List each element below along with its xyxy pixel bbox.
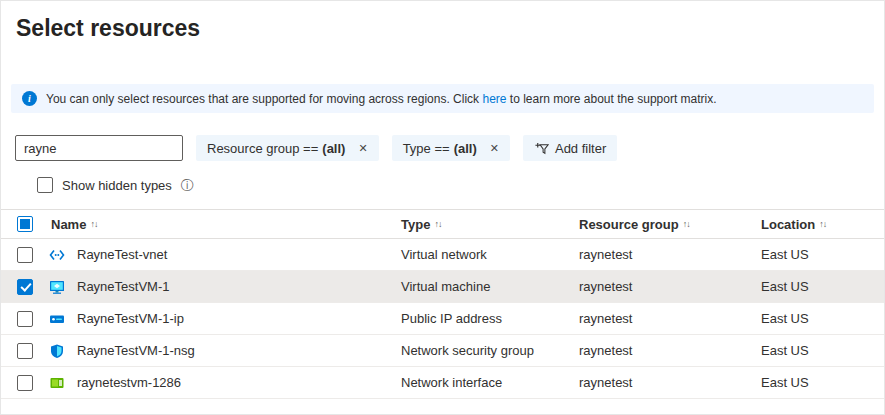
show-hidden-row: Show hidden types ⓘ bbox=[37, 177, 884, 193]
resource-group: raynetest bbox=[579, 343, 761, 358]
table-row[interactable]: RayneTest-vnet Virtual network raynetest… bbox=[1, 239, 884, 271]
resource-name-cell: RayneTestVM-1-nsg bbox=[41, 343, 401, 359]
resource-name: RayneTestVM-1-nsg bbox=[77, 343, 195, 358]
sort-icon: ↑↓ bbox=[683, 219, 690, 229]
here-link[interactable]: here bbox=[482, 92, 506, 106]
resource-name-cell: raynetestvm-1286 bbox=[41, 375, 401, 391]
resource-group: raynetest bbox=[579, 375, 761, 390]
resources-table: Name ↑↓ Type ↑↓ Resource group ↑↓ Locati… bbox=[1, 209, 884, 399]
table-row[interactable]: raynetestvm-1286 Network interface rayne… bbox=[1, 367, 884, 399]
resource-type: Virtual network bbox=[401, 247, 579, 262]
page-title: Select resources bbox=[1, 1, 884, 42]
resource-type: Network security group bbox=[401, 343, 579, 358]
select-all-checkbox[interactable] bbox=[17, 216, 33, 232]
row-checkbox[interactable] bbox=[17, 279, 33, 295]
resource-group: raynetest bbox=[579, 279, 761, 294]
search-input[interactable] bbox=[15, 135, 183, 161]
resource-group: raynetest bbox=[579, 311, 761, 326]
show-hidden-label: Show hidden types bbox=[62, 178, 172, 193]
resource-type: Virtual machine bbox=[401, 279, 579, 294]
resource-location: East US bbox=[761, 279, 884, 294]
info-banner: i You can only select resources that are… bbox=[11, 84, 874, 113]
nic-icon bbox=[49, 375, 65, 391]
column-header-resource-group[interactable]: Resource group ↑↓ bbox=[579, 217, 761, 232]
resource-group: raynetest bbox=[579, 247, 761, 262]
row-checkbox[interactable] bbox=[17, 247, 33, 263]
resource-name: RayneTestVM-1-ip bbox=[77, 311, 184, 326]
vm-icon bbox=[49, 279, 65, 295]
resource-name: raynetestvm-1286 bbox=[77, 375, 181, 390]
column-header-name[interactable]: Name ↑↓ bbox=[41, 217, 401, 232]
nsg-icon bbox=[49, 343, 65, 359]
close-icon[interactable]: ✕ bbox=[358, 143, 367, 154]
row-checkbox[interactable] bbox=[17, 311, 33, 327]
sort-icon: ↑↓ bbox=[90, 219, 97, 229]
sort-icon: ↑↓ bbox=[434, 219, 441, 229]
resource-name-cell: RayneTest-vnet bbox=[41, 247, 401, 263]
resource-location: East US bbox=[761, 247, 884, 262]
select-resources-panel: Select resources i You can only select r… bbox=[0, 0, 885, 415]
resource-name: RayneTestVM-1 bbox=[77, 279, 169, 294]
resource-name-cell: RayneTestVM-1-ip bbox=[41, 311, 401, 327]
resource-type: Public IP address bbox=[401, 311, 579, 326]
table-row[interactable]: RayneTestVM-1-ip Public IP address rayne… bbox=[1, 303, 884, 335]
table-body: RayneTest-vnet Virtual network raynetest… bbox=[1, 239, 884, 399]
resource-type: Network interface bbox=[401, 375, 579, 390]
row-checkbox[interactable] bbox=[17, 375, 33, 391]
filter-bar: Resource group == (all) ✕ Type == (all) … bbox=[15, 135, 884, 161]
show-hidden-checkbox[interactable] bbox=[37, 177, 53, 193]
resource-name-cell: RayneTestVM-1 bbox=[41, 279, 401, 295]
add-filter-button[interactable]: Add filter bbox=[523, 135, 617, 161]
filter-pill-type[interactable]: Type == (all) ✕ bbox=[392, 135, 510, 161]
sort-icon: ↑↓ bbox=[819, 219, 826, 229]
resource-location: East US bbox=[761, 343, 884, 358]
resource-name: RayneTest-vnet bbox=[77, 247, 167, 262]
close-icon[interactable]: ✕ bbox=[490, 143, 499, 154]
banner-text: You can only select resources that are s… bbox=[46, 92, 717, 106]
column-header-location[interactable]: Location ↑↓ bbox=[761, 217, 884, 232]
resource-location: East US bbox=[761, 311, 884, 326]
ip-icon bbox=[49, 311, 65, 327]
info-tooltip-icon: ⓘ bbox=[181, 179, 194, 192]
table-row[interactable]: RayneTestVM-1-nsg Network security group… bbox=[1, 335, 884, 367]
column-header-type[interactable]: Type ↑↓ bbox=[401, 217, 579, 232]
add-filter-icon bbox=[534, 141, 549, 156]
table-row[interactable]: RayneTestVM-1 Virtual machine raynetest … bbox=[1, 271, 884, 303]
table-header: Name ↑↓ Type ↑↓ Resource group ↑↓ Locati… bbox=[1, 209, 884, 239]
row-checkbox[interactable] bbox=[17, 343, 33, 359]
filter-pill-resource-group[interactable]: Resource group == (all) ✕ bbox=[196, 135, 379, 161]
vnet-icon bbox=[49, 247, 65, 263]
resource-location: East US bbox=[761, 375, 884, 390]
info-icon: i bbox=[22, 91, 37, 106]
